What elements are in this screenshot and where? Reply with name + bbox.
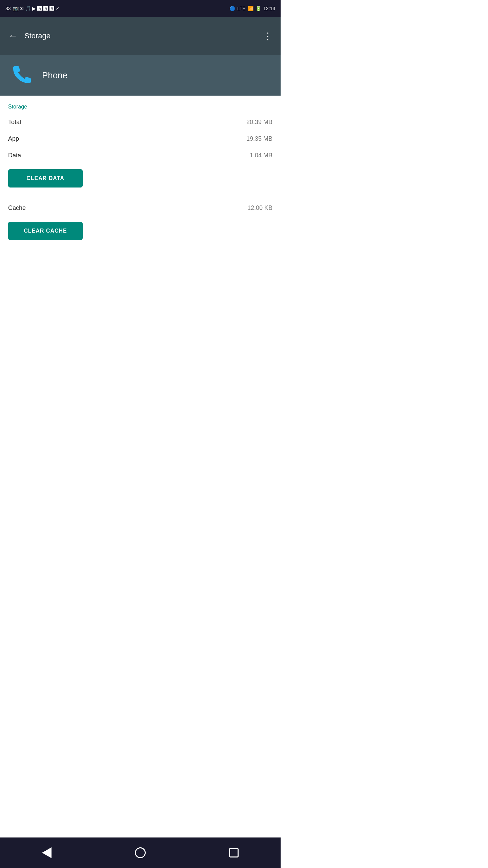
app-header: Phone xyxy=(0,55,281,96)
total-label: Total xyxy=(8,119,21,126)
time: 12:13 xyxy=(263,6,275,11)
clear-data-button[interactable]: CLEAR DATA xyxy=(8,169,83,188)
content-area: Storage Total 20.39 MB App 19.35 MB Data… xyxy=(0,96,281,276)
notification-icons: 📷 ✉ 🎵 ▶ 🅰 🅰 🅰 ✓ xyxy=(13,6,60,11)
app-bar-left: ← Storage xyxy=(5,28,50,43)
status-bar-left: 83 📷 ✉ 🎵 ▶ 🅰 🅰 🅰 ✓ xyxy=(5,6,60,11)
status-bar: 83 📷 ✉ 🎵 ▶ 🅰 🅰 🅰 ✓ 🔵 LTE 📶 🔋 12:13 xyxy=(0,0,281,17)
clear-cache-button-container: CLEAR CACHE xyxy=(0,216,281,245)
app-bar-title: Storage xyxy=(24,32,50,40)
app-label: App xyxy=(8,135,19,142)
data-label: Data xyxy=(8,152,21,159)
clear-cache-button[interactable]: CLEAR CACHE xyxy=(8,222,83,240)
data-row: Data 1.04 MB xyxy=(0,147,281,164)
cache-value: 12.00 KB xyxy=(247,204,272,212)
app-name: Phone xyxy=(42,70,67,81)
more-options-icon: ⋮ xyxy=(263,31,272,42)
bluetooth-icon: 🔵 xyxy=(229,6,235,11)
total-value: 20.39 MB xyxy=(246,119,272,126)
app-value: 19.35 MB xyxy=(246,135,272,142)
cache-label: Cache xyxy=(8,204,26,212)
status-bar-right: 🔵 LTE 📶 🔋 12:13 xyxy=(229,6,275,11)
cache-row: Cache 12.00 KB xyxy=(0,200,281,216)
status-number: 83 xyxy=(5,6,11,11)
signal-lte: LTE xyxy=(237,6,246,11)
app-icon-container xyxy=(8,62,35,89)
storage-section-label: Storage xyxy=(0,96,281,114)
more-options-button[interactable]: ⋮ xyxy=(260,28,275,43)
back-button[interactable]: ← xyxy=(5,28,20,43)
back-icon: ← xyxy=(8,31,18,41)
clear-data-button-container: CLEAR DATA xyxy=(0,164,281,193)
phone-app-icon xyxy=(10,63,34,87)
signal-bars-icon: 📶 xyxy=(248,6,253,11)
battery-icon: 🔋 xyxy=(256,6,261,11)
app-bar: ← Storage ⋮ xyxy=(0,17,281,55)
cache-section-divider xyxy=(0,193,281,200)
app-row: App 19.35 MB xyxy=(0,131,281,147)
total-row: Total 20.39 MB xyxy=(0,114,281,131)
data-value: 1.04 MB xyxy=(250,152,272,159)
